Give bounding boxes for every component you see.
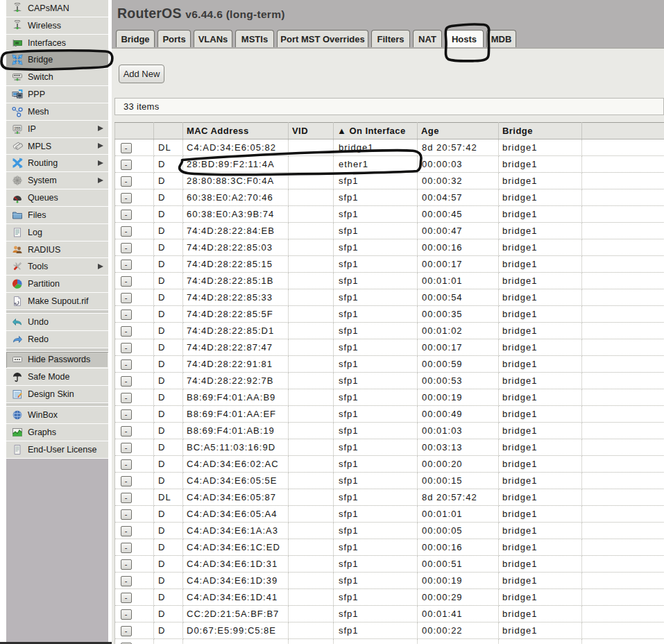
svg-text:255: 255 xyxy=(14,126,20,130)
